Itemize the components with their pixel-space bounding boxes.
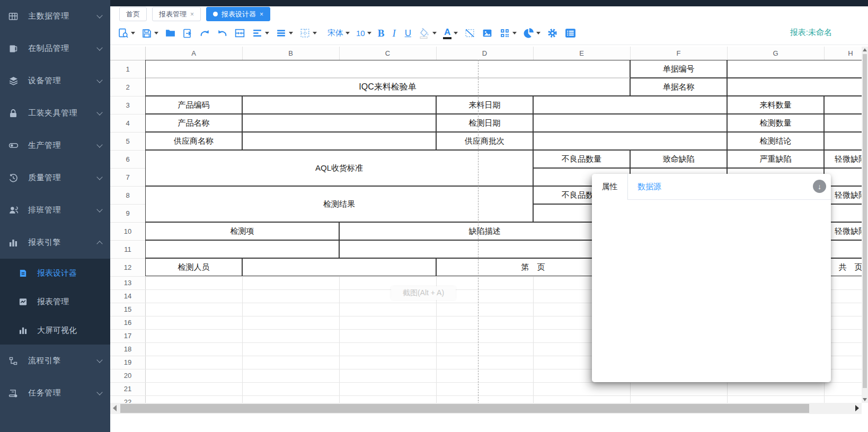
font-size-select[interactable]: 10: [354, 27, 374, 39]
sheet-cell[interactable]: AQL收货标准: [145, 150, 533, 186]
row-header[interactable]: 18: [110, 342, 145, 356]
sidebar-item-bigscreen[interactable]: 大屏可视化: [0, 316, 110, 345]
sheet-cell[interactable]: [339, 240, 630, 258]
sheet-cell[interactable]: 检测项: [145, 222, 339, 240]
vertical-scrollbar[interactable]: [862, 47, 868, 403]
row-header[interactable]: 2: [110, 78, 145, 96]
sheet-cell[interactable]: [727, 78, 862, 96]
import-button[interactable]: [180, 27, 195, 40]
align-button[interactable]: [250, 26, 271, 40]
horizontal-scrollbar[interactable]: [110, 403, 862, 414]
font-family-select[interactable]: 宋体: [325, 27, 352, 40]
merge-cells-button[interactable]: [232, 26, 247, 40]
sheet-cell[interactable]: [533, 132, 727, 150]
sheet-cell[interactable]: 单据编号: [630, 60, 727, 78]
select-all-corner[interactable]: [110, 47, 145, 60]
sidebar-item-task[interactable]: 任务管理: [0, 377, 110, 409]
sidebar-item-production[interactable]: 生产管理: [0, 129, 110, 162]
row-header[interactable]: 21: [110, 382, 145, 395]
sheet-cell[interactable]: 检测日期: [436, 114, 533, 132]
row-header[interactable]: 8: [110, 186, 145, 204]
row-header[interactable]: 14: [110, 289, 145, 303]
tab-report-designer[interactable]: 报表设计器 ×: [206, 7, 270, 21]
save-button[interactable]: [139, 27, 161, 40]
sheet-cell[interactable]: [533, 114, 727, 132]
sheet-cell[interactable]: [145, 60, 630, 78]
column-header[interactable]: H: [824, 47, 862, 60]
sheet-cell[interactable]: [242, 132, 436, 150]
panel-toggle-button[interactable]: [562, 26, 579, 40]
sheet-cell[interactable]: 严重缺陷: [727, 150, 824, 168]
sheet-cell[interactable]: [242, 258, 436, 276]
sidebar-item-quality[interactable]: 质量管理: [0, 162, 110, 194]
qrcode-button[interactable]: [497, 26, 519, 40]
column-header[interactable]: F: [630, 47, 727, 60]
row-header[interactable]: 7: [110, 168, 145, 186]
sheet-cell[interactable]: 检测人员: [145, 258, 242, 276]
italic-button[interactable]: I: [388, 26, 399, 41]
sidebar-item-report-management[interactable]: 报表管理: [0, 287, 110, 316]
scroll-up-arrow-icon[interactable]: [863, 48, 867, 51]
open-button[interactable]: [163, 26, 178, 40]
row-header[interactable]: 17: [110, 329, 145, 342]
sidebar-item-master-data[interactable]: 主数据管理: [0, 0, 110, 32]
sheet-cell[interactable]: [145, 240, 339, 258]
sheet-cell[interactable]: 不良品数量: [533, 150, 630, 168]
close-icon[interactable]: ×: [260, 11, 263, 17]
column-header[interactable]: D: [436, 47, 533, 60]
scroll-left-arrow-icon[interactable]: [113, 405, 117, 411]
row-header[interactable]: 13: [110, 276, 145, 289]
sheet-cell[interactable]: [242, 114, 436, 132]
scroll-right-arrow-icon[interactable]: [855, 405, 859, 411]
line-style-button[interactable]: [273, 26, 295, 40]
sheet-cell[interactable]: 检测结论: [727, 132, 824, 150]
sheet-cell[interactable]: 轻微缺陷: [824, 150, 862, 168]
row-header[interactable]: 9: [110, 204, 145, 222]
font-color-button[interactable]: A: [441, 25, 460, 41]
row-header[interactable]: 20: [110, 369, 145, 382]
horizontal-scroll-thumb[interactable]: [120, 404, 809, 413]
column-header[interactable]: A: [145, 47, 242, 60]
insert-image-button[interactable]: [480, 26, 495, 40]
close-icon[interactable]: ×: [190, 11, 194, 17]
tab-home[interactable]: 首页: [119, 7, 147, 21]
preview-button[interactable]: [116, 26, 137, 40]
sidebar-item-report-engine[interactable]: 报表引擎: [0, 226, 110, 259]
sheet-cell[interactable]: [824, 114, 862, 132]
chart-button[interactable]: [521, 26, 543, 40]
sheet-cell[interactable]: 供应商批次: [436, 132, 533, 150]
tab-report-management[interactable]: 报表管理 ×: [152, 7, 201, 21]
undo-button[interactable]: [215, 26, 230, 40]
row-header[interactable]: 19: [110, 356, 145, 369]
sidebar-item-wip[interactable]: 在制品管理: [0, 32, 110, 65]
panel-tab-properties[interactable]: 属性: [592, 174, 628, 200]
sheet-cell[interactable]: 检测数量: [727, 114, 824, 132]
sheet-cell[interactable]: 供应商名称: [145, 132, 242, 150]
sheet-cell[interactable]: 来料日期: [436, 96, 533, 114]
bold-button[interactable]: B: [376, 26, 387, 41]
column-header[interactable]: E: [533, 47, 630, 60]
sheet-cell[interactable]: [824, 132, 862, 150]
row-header[interactable]: 11: [110, 240, 145, 258]
scroll-down-arrow-icon[interactable]: [863, 398, 867, 401]
sidebar-item-scheduling[interactable]: 排班管理: [0, 194, 110, 226]
sheet-cell[interactable]: 单据名称: [630, 78, 727, 96]
settings-button[interactable]: [545, 26, 560, 40]
column-header[interactable]: C: [339, 47, 436, 60]
sheet-cell[interactable]: [533, 96, 727, 114]
sheet-cell[interactable]: 产品编码: [145, 96, 242, 114]
row-header[interactable]: 4: [110, 114, 145, 132]
row-header[interactable]: 16: [110, 316, 145, 329]
sheet-cell[interactable]: IQC来料检验单: [145, 78, 630, 96]
row-header[interactable]: 1: [110, 60, 145, 78]
diagonal-cell-button[interactable]: [462, 26, 477, 40]
row-header[interactable]: 6: [110, 150, 145, 168]
redo-button[interactable]: [197, 26, 212, 40]
row-header[interactable]: 5: [110, 132, 145, 150]
panel-tab-datasource[interactable]: 数据源: [637, 174, 661, 200]
sidebar-item-fixture[interactable]: 工装夹具管理: [0, 97, 110, 129]
sheet-cell[interactable]: 来料数量: [727, 96, 824, 114]
sheet-cell[interactable]: [727, 60, 862, 78]
panel-collapse-button[interactable]: ↓: [813, 180, 826, 193]
row-header[interactable]: 15: [110, 303, 145, 316]
